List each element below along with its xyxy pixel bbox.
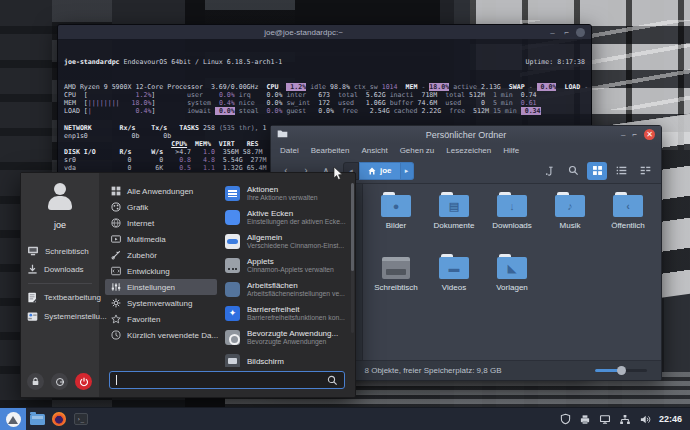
- maximize-button[interactable]: ⌐: [632, 130, 637, 140]
- category-label: Grafik: [127, 203, 148, 212]
- avatar[interactable]: [43, 181, 77, 215]
- folder-icon: ◣: [495, 254, 529, 280]
- menubar-item-lesezeichen[interactable]: Lesezeichen: [441, 145, 496, 156]
- terminal-titlebar[interactable]: joe@joe-standardpc:~ – ⌐: [58, 25, 591, 39]
- app-item-applets[interactable]: AppletsCinnamon-Applets verwalten: [225, 253, 347, 277]
- folder-item-music[interactable]: ♪Musik: [541, 192, 599, 254]
- menubar-item-datei[interactable]: Datei: [275, 145, 304, 156]
- endeavouros-logo-icon: [6, 412, 21, 427]
- edit-location-button[interactable]: [539, 162, 559, 180]
- app-icon: [225, 282, 240, 297]
- menubar-item-hilfe[interactable]: Hilfe: [498, 145, 524, 156]
- shortcut-textbearbeitung[interactable]: Textbearbeitung: [24, 288, 96, 307]
- folder-icon: ▬: [437, 254, 471, 280]
- breadcrumb-home[interactable]: joe: [359, 162, 401, 180]
- app-description: Barrierefreiheitsfunktionen kon...: [247, 314, 345, 322]
- folder-icon: ♪: [553, 192, 587, 218]
- side-item-label: Schreibtisch: [45, 247, 89, 256]
- app-icon: [225, 258, 240, 273]
- terminal-line: LOAD [| 0.4%] iowait 0.0% steal 0.0% gue…: [64, 107, 585, 115]
- folder-item-video[interactable]: ▬Videos: [425, 254, 483, 316]
- list-view-button[interactable]: [611, 162, 631, 180]
- zoom-slider[interactable]: [595, 369, 647, 372]
- folder-label: Dokumente: [434, 221, 475, 230]
- settings-icon: [111, 282, 121, 292]
- place-downloads[interactable]: Downloads: [24, 260, 96, 279]
- chevron-right-icon[interactable]: ▸: [401, 162, 414, 180]
- scrollbar-thumb[interactable]: [351, 183, 354, 271]
- lock-button[interactable]: [27, 373, 44, 390]
- mouse-cursor: [333, 166, 344, 181]
- menu-button[interactable]: [0, 408, 26, 430]
- menubar-item-bearbeiten[interactable]: Bearbeiten: [306, 145, 355, 156]
- app-description: Einstellungen der aktiven Ecke...: [247, 218, 346, 226]
- app-name: Bevorzugte Anwendung...: [247, 329, 338, 338]
- app-item-bildschirm[interactable]: Bildschirm: [225, 349, 347, 367]
- desktop: joe@joe-standardpc:~ – ⌐ joe-standardpc …: [0, 0, 690, 430]
- home-icon: [368, 167, 376, 175]
- category-alle-anwendungen[interactable]: Alle Anwendungen: [105, 183, 217, 199]
- close-button[interactable]: [576, 28, 585, 37]
- folder-item-template[interactable]: ◣Vorlagen: [483, 254, 541, 316]
- terminal-icon: ›_: [74, 413, 88, 425]
- folder-item-share[interactable]: ‹Öffentlich: [599, 192, 657, 254]
- shield-tray-icon[interactable]: [560, 413, 571, 425]
- folder-grid: ●Bilder▤Dokumente↓Downloads♪Musik‹Öffent…: [363, 184, 661, 360]
- list-view-icon: [616, 165, 627, 176]
- app-name: Allgemein: [247, 233, 344, 242]
- app-item-aktive-ecken[interactable]: Aktive EckenEinstellungen der aktiven Ec…: [225, 205, 347, 229]
- menubar-item-ansicht[interactable]: Ansicht: [356, 145, 392, 156]
- taskbar: ›_ 22:46: [0, 407, 690, 430]
- shortcut-systemeinstellu-[interactable]: Systemeinstellu...: [24, 307, 96, 326]
- place-schreibtisch[interactable]: Schreibtisch: [24, 242, 96, 260]
- app-item-bevorzugte-anwendung-[interactable]: Bevorzugte Anwendung...Bevorzugte Anwend…: [225, 325, 347, 349]
- search-button[interactable]: [563, 162, 583, 180]
- app-item-allgemein[interactable]: AllgemeinVerschiedene Cinnamon-Einst...: [225, 229, 347, 253]
- compact-view-button[interactable]: [635, 162, 655, 180]
- minimize-button[interactable]: –: [621, 130, 625, 140]
- file-manager-titlebar[interactable]: Persönlicher Ordner – ⌐ ✕: [271, 126, 661, 143]
- category-multimedia[interactable]: Multimedia: [105, 231, 217, 247]
- menubar-item-gehen-zu[interactable]: Gehen zu: [395, 145, 440, 156]
- network-tray-icon[interactable]: [619, 414, 631, 425]
- application-menu: joe SchreibtischDownloads Textbearbeitun…: [20, 172, 356, 398]
- folder-item-desktop[interactable]: Schreibtisch: [367, 254, 425, 316]
- search-input[interactable]: [109, 371, 345, 389]
- minimize-button[interactable]: –: [548, 28, 557, 37]
- app-description: Arbeitsflächeneinstellungen ve...: [247, 290, 345, 298]
- firefox-launcher[interactable]: [48, 408, 70, 430]
- app-item-arbeitsfl-chen[interactable]: ArbeitsflächenArbeitsflächeneinstellunge…: [225, 277, 347, 301]
- category-systemverwaltung[interactable]: Systemverwaltung: [105, 295, 217, 311]
- app-item-barrierefreiheit[interactable]: BarrierefreiheitBarrierefreiheitsfunktio…: [225, 301, 347, 325]
- printer-tray-icon[interactable]: [579, 414, 591, 425]
- folder-item-camera[interactable]: ●Bilder: [367, 192, 425, 254]
- category-k-rzlich-verwendete-da-[interactable]: Kürzlich verwendete Da...: [105, 327, 217, 343]
- folder-item-download[interactable]: ↓Downloads: [483, 192, 541, 254]
- grid-view-button[interactable]: [587, 162, 607, 180]
- host-line: joe-standardpc EndeavourOS 64bit / Linux…: [64, 58, 282, 66]
- category-entwicklung[interactable]: Entwicklung: [105, 263, 217, 279]
- shutdown-button[interactable]: [75, 373, 92, 390]
- display-icon: [599, 414, 611, 425]
- folder-item-document[interactable]: ▤Dokumente: [425, 192, 483, 254]
- clock[interactable]: 22:46: [659, 414, 682, 424]
- close-button[interactable]: ✕: [644, 129, 655, 140]
- edit-location-icon: [544, 165, 555, 177]
- accessories-icon: [111, 250, 121, 260]
- app-icon: [225, 354, 240, 368]
- category-zubeh-r[interactable]: Zubehör: [105, 247, 217, 263]
- category-einstellungen[interactable]: Einstellungen: [105, 279, 217, 295]
- files-launcher[interactable]: [26, 408, 48, 430]
- volume-tray-icon[interactable]: [639, 414, 651, 425]
- category-grafik[interactable]: Grafik: [105, 199, 217, 215]
- terminal-launcher[interactable]: ›_: [70, 408, 92, 430]
- music-glyph: ♪: [555, 195, 585, 217]
- maximize-button[interactable]: ⌐: [562, 28, 571, 37]
- display-tray-icon[interactable]: [599, 414, 611, 425]
- category-label: Alle Anwendungen: [127, 187, 193, 196]
- graphics-icon: [111, 202, 121, 212]
- app-item-aktionen[interactable]: AktionenIhre Aktionen verwalten: [225, 181, 347, 205]
- category-favoriten[interactable]: Favoriten: [105, 311, 217, 327]
- category-internet[interactable]: Internet: [105, 215, 217, 231]
- logout-button[interactable]: [51, 373, 68, 390]
